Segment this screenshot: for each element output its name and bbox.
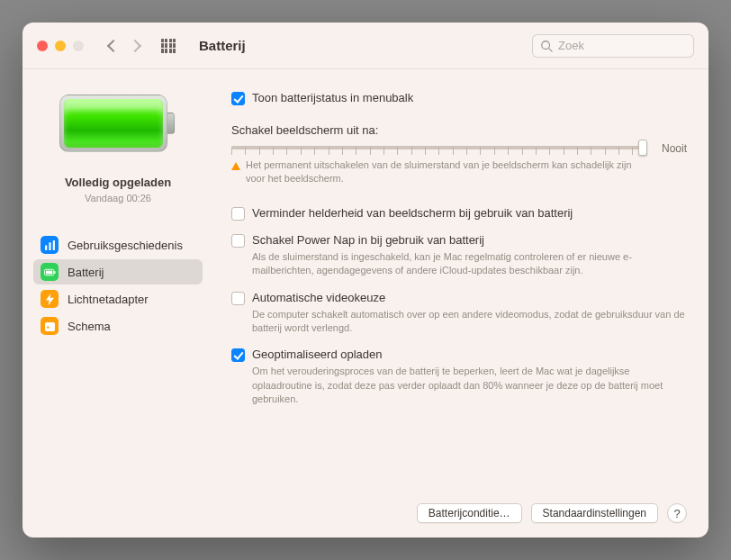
slider-thumb[interactable]: [638, 140, 647, 156]
battery-condition-button[interactable]: Batterijconditie…: [417, 503, 522, 523]
svg-line-1: [549, 48, 553, 51]
bolt-icon: [41, 290, 59, 308]
slider-max-label: Nooit: [662, 142, 687, 155]
option-help: De computer schakelt automatisch over op…: [252, 308, 687, 336]
checkbox-power-nap[interactable]: [231, 234, 245, 248]
titlebar: Batterij: [23, 23, 708, 69]
option-dim-display: Verminder helderheid van beeldscherm bij…: [231, 206, 687, 221]
warning-icon: [231, 162, 240, 170]
warning-row: Het permanent uitschakelen van de sluime…: [231, 158, 687, 186]
sidebar-item-power-adapter[interactable]: Lichtnetadapter: [33, 286, 203, 312]
calendar-icon: [41, 317, 59, 335]
option-label: Schakel Power Nap in bij gebruik van bat…: [252, 233, 484, 247]
sidebar-item-battery[interactable]: Batterij: [33, 259, 203, 285]
checkbox-auto-graphics[interactable]: [231, 292, 245, 305]
footer: Batterijconditie… Standaardinstellingen …: [231, 492, 687, 523]
svg-rect-9: [45, 322, 55, 325]
restore-defaults-button[interactable]: Standaardinstellingen: [531, 503, 658, 523]
back-button[interactable]: [107, 39, 120, 51]
option-show-menubar[interactable]: Toon batterijstatus in menubalk: [231, 91, 687, 105]
zoom-window-icon[interactable]: [73, 41, 84, 51]
option-auto-graphics: Automatische videokeuze De computer scha…: [231, 291, 687, 336]
sidebar-item-label: Gebruiksgeschiedenis: [68, 239, 183, 252]
display-off-label: Schakel beeldscherm uit na:: [231, 123, 687, 137]
option-help: Om het verouderingsproces van de batteri…: [252, 365, 687, 406]
battery-icon: [41, 263, 59, 281]
sidebar-item-usage-history[interactable]: Gebruiksgeschiedenis: [33, 232, 203, 257]
show-all-icon[interactable]: [161, 39, 176, 53]
window-controls: [37, 41, 84, 51]
sidebar-item-schedule[interactable]: Schema: [33, 313, 203, 339]
sidebar-item-label: Lichtnetadapter: [68, 293, 149, 306]
svg-rect-3: [49, 242, 50, 250]
sidebar-nav: Gebruiksgeschiedenis Batterij Lichtnetad…: [33, 232, 203, 339]
warning-text: Het permanent uitschakelen van de sluime…: [246, 158, 647, 186]
checkbox-optimized-charging[interactable]: [231, 348, 245, 362]
search-input[interactable]: [558, 39, 686, 52]
search-field[interactable]: [532, 34, 694, 58]
option-label: Verminder helderheid van beeldscherm bij…: [252, 206, 573, 220]
sidebar-item-label: Batterij: [68, 266, 104, 279]
sidebar-item-label: Schema: [68, 320, 111, 333]
display-off-slider[interactable]: Nooit: [231, 146, 687, 149]
page-title: Batterij: [199, 38, 246, 53]
search-icon: [540, 40, 553, 52]
sidebar: Volledig opgeladen Vandaag 00:26 Gebruik…: [23, 69, 213, 537]
battery-status-time: Vandaag 00:26: [85, 193, 151, 203]
nav-arrows: [109, 41, 140, 50]
checkbox-dim-display[interactable]: [231, 207, 245, 221]
minimize-window-icon[interactable]: [55, 41, 66, 51]
option-help: Als de sluimerstand is ingeschakeld, kan…: [252, 250, 687, 278]
bar-chart-icon: [41, 236, 59, 254]
svg-rect-4: [52, 240, 54, 250]
checkbox-show-menubar[interactable]: [231, 92, 245, 105]
content-area: Toon batterijstatus in menubalk Schakel …: [213, 69, 708, 537]
battery-status-text: Volledig opgeladen: [65, 176, 171, 189]
option-power-nap: Schakel Power Nap in bij gebruik van bat…: [231, 233, 687, 278]
svg-rect-10: [47, 326, 49, 328]
slider-ticks: [231, 147, 647, 155]
svg-rect-6: [54, 271, 55, 274]
preferences-window: Batterij Volledig opgeladen Vandaag 00:2…: [23, 23, 708, 537]
close-window-icon[interactable]: [37, 41, 48, 51]
slider-track[interactable]: [231, 146, 647, 149]
option-label: Geoptimaliseerd opladen: [252, 348, 383, 361]
help-button[interactable]: ?: [667, 503, 687, 523]
option-label: Automatische videokeuze: [252, 291, 385, 304]
option-label: Toon batterijstatus in menubalk: [252, 91, 413, 104]
option-optimized-charging: Geoptimaliseerd opladen Om het verouderi…: [231, 348, 687, 406]
battery-hero-icon: [59, 95, 176, 152]
svg-rect-2: [45, 245, 47, 249]
svg-rect-7: [45, 270, 51, 274]
forward-button: [129, 39, 141, 51]
